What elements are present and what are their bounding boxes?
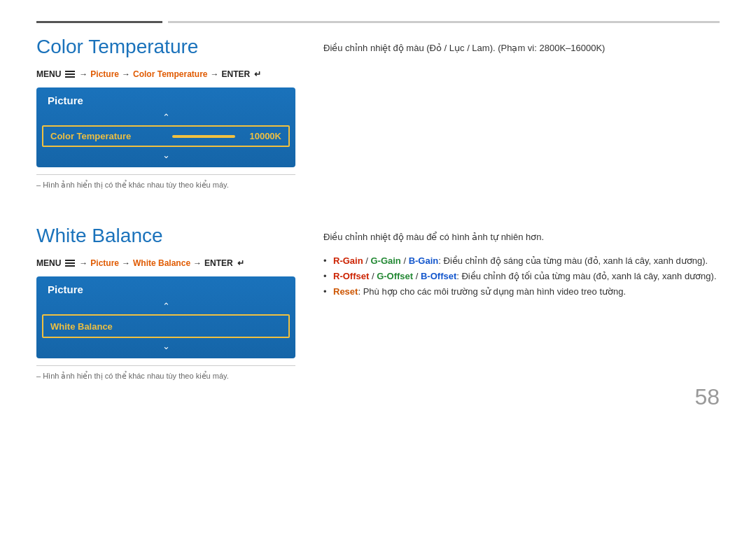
arrow1-2: → xyxy=(79,258,88,268)
wb-item-label: White Balance xyxy=(50,321,113,332)
section1-desc: Điều chỉnh nhiệt độ màu (Đỏ / Lục / Lam)… xyxy=(323,41,720,56)
sep1-2: / xyxy=(369,271,377,281)
section2-picture-box: Picture ⌃ White Balance ⌄ xyxy=(36,276,295,358)
section1-picture-box: Picture ⌃ Color Temperature 10000K ⌄ xyxy=(36,87,295,167)
bullet3-rest: : Phù hợp cho các môi trường sử dụng màn… xyxy=(358,286,626,297)
g-gain: G-Gain xyxy=(370,255,400,266)
chevron-up-2: ⌃ xyxy=(36,300,295,313)
menu-icon-2 xyxy=(65,260,75,267)
section2-bullets: R-Gain / G-Gain / B-Gain: Điều chỉnh độ … xyxy=(323,253,720,300)
section2-right: Điều chỉnh nhiệt độ màu để có hình ảnh t… xyxy=(323,225,720,381)
section2-left: White Balance MENU → Picture → White Bal… xyxy=(36,225,295,381)
section2-picture-box-wrap: Picture ⌃ White Balance ⌄ xyxy=(36,276,295,358)
menu-label-2: MENU xyxy=(36,258,61,268)
g-offset: G-Offset xyxy=(377,271,413,281)
picture-label-2: Picture xyxy=(48,283,83,295)
sep2-2: / xyxy=(413,271,421,281)
bullet2-rest: : Điều chỉnh độ tối của từng màu (đỏ, xa… xyxy=(456,271,716,281)
r-gain: R-Gain xyxy=(333,255,363,266)
enter-label-2: ENTER xyxy=(204,258,233,268)
bullet-3: Reset: Phù hợp cho các môi trường sử dụn… xyxy=(323,284,720,300)
divider-dark xyxy=(36,21,162,23)
menu-wb-highlight: White Balance xyxy=(133,258,190,268)
section2-menu-path: MENU → Picture → White Balance → ENTER ↵ xyxy=(36,258,295,268)
sep1-1: / xyxy=(363,255,371,266)
menu-picture: Picture xyxy=(90,69,119,79)
bullet-1: R-Gain / G-Gain / B-Gain: Điều chỉnh độ … xyxy=(323,253,720,269)
enter-label: ENTER xyxy=(222,69,251,79)
bullet1-rest: : Điều chỉnh độ sáng của từng màu (đỏ, x… xyxy=(438,255,708,266)
arrow3-2: → xyxy=(193,258,202,268)
section2-title: White Balance xyxy=(36,225,295,247)
ct-slider xyxy=(172,135,235,138)
section-color-temperature: Color Temperature MENU → Picture → Color… xyxy=(36,36,720,190)
section1-picture-box-wrap: Picture ⌃ Color Temperature 10000K ⌄ xyxy=(36,87,295,167)
arrow3: → xyxy=(211,69,219,79)
spacer1 xyxy=(36,211,720,225)
menu-ct-highlight: Color Temperature xyxy=(133,69,207,79)
section1-image-note: – Hình ảnh hiển thị có thể khác nhau tùy… xyxy=(36,174,295,190)
arrow2: → xyxy=(122,69,130,79)
chevron-down-1: ⌄ xyxy=(36,148,295,162)
page-number: 58 xyxy=(694,384,720,410)
arrow2-2: → xyxy=(122,258,130,268)
menu-label: MENU xyxy=(36,69,61,79)
menu-icon xyxy=(65,71,75,78)
section1-picture-header: Picture xyxy=(36,87,295,111)
page-container: Color Temperature MENU → Picture → Color… xyxy=(0,0,756,430)
chevron-up-1: ⌃ xyxy=(36,111,295,124)
arrow1: → xyxy=(79,69,88,79)
b-offset: B-Offset xyxy=(421,271,456,281)
section2-desc: Điều chỉnh nhiệt độ màu để có hình ảnh t… xyxy=(323,230,720,245)
ct-item-value: 10000K xyxy=(241,131,281,141)
ct-right: 10000K xyxy=(172,131,281,141)
section1-menu-path: MENU → Picture → Color Temperature → ENT… xyxy=(36,69,295,79)
enter-icon-2: ↵ xyxy=(237,258,244,268)
menu-picture-2: Picture xyxy=(90,258,119,268)
section1-left: Color Temperature MENU → Picture → Color… xyxy=(36,36,295,190)
bullet-2: R-Offset / G-Offset / B-Offset: Điều chỉ… xyxy=(323,269,720,284)
sep2-1: / xyxy=(401,255,409,266)
section1-right: Điều chỉnh nhiệt độ màu (Đỏ / Lục / Lam)… xyxy=(323,36,720,190)
b-gain: B-Gain xyxy=(409,255,439,266)
section1-title: Color Temperature xyxy=(36,36,295,58)
ct-row: Color Temperature 10000K xyxy=(42,125,290,147)
section-white-balance: White Balance MENU → Picture → White Bal… xyxy=(36,225,720,381)
section2-picture-header: Picture xyxy=(36,276,295,300)
ct-item-label: Color Temperature xyxy=(50,131,131,141)
chevron-down-2: ⌄ xyxy=(36,339,295,353)
top-divider xyxy=(36,21,720,23)
r-offset: R-Offset xyxy=(333,271,369,281)
reset-label: Reset xyxy=(333,286,358,297)
picture-label-1: Picture xyxy=(48,94,83,106)
divider-light xyxy=(168,21,720,23)
wb-row: White Balance xyxy=(42,314,290,338)
enter-icon: ↵ xyxy=(254,69,261,79)
section2-image-note: – Hình ảnh hiển thị có thể khác nhau tùy… xyxy=(36,365,295,381)
